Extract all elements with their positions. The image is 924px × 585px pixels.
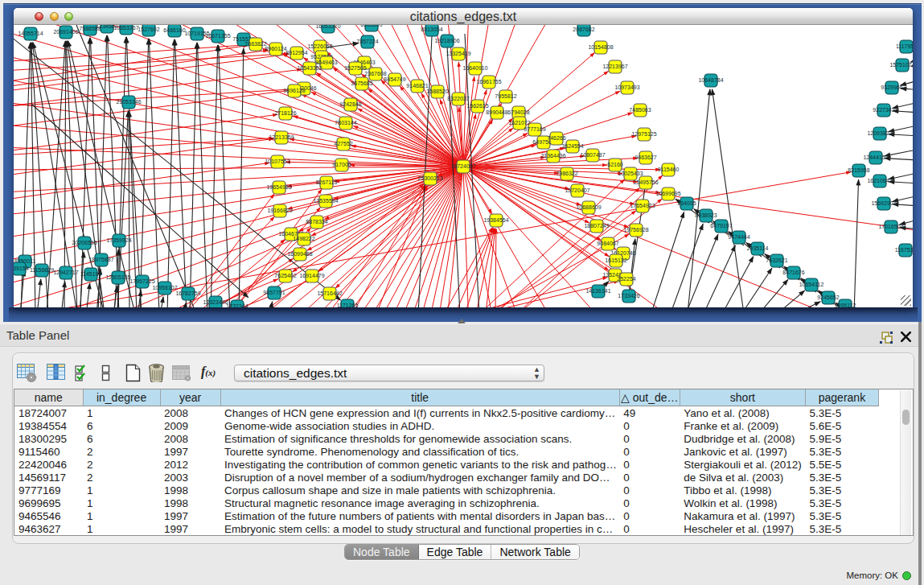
svg-text:12505135: 12505135 <box>105 274 130 280</box>
svg-text:164095: 164095 <box>677 200 696 206</box>
svg-text:19166829: 19166829 <box>267 208 292 213</box>
svg-text:7485063: 7485063 <box>629 107 651 113</box>
svg-text:14136141: 14136141 <box>585 288 610 294</box>
svg-text:10973493: 10973493 <box>614 84 639 90</box>
svg-text:10688609: 10688609 <box>576 204 601 210</box>
svg-text:3675685: 3675685 <box>351 80 372 86</box>
svg-text:10654112: 10654112 <box>799 282 824 287</box>
svg-text:1733426: 1733426 <box>618 293 639 299</box>
svg-text:15720407: 15720407 <box>565 187 589 193</box>
svg-text:17359924: 17359924 <box>106 237 131 243</box>
svg-text:25300213: 25300213 <box>417 175 442 181</box>
svg-text:12093822: 12093822 <box>867 130 892 136</box>
svg-text:18807249: 18807249 <box>584 223 609 229</box>
svg-text:1498222: 1498222 <box>293 236 314 241</box>
svg-text:10648784: 10648784 <box>698 77 723 83</box>
svg-text:2935114: 2935114 <box>747 245 769 251</box>
svg-text:2718126: 2718126 <box>274 110 296 116</box>
svg-text:13535594: 13535594 <box>313 198 338 204</box>
svg-text:10025433: 10025433 <box>618 171 643 176</box>
svg-text:939154: 939154 <box>14 266 29 271</box>
svg-text:6794028: 6794028 <box>507 109 529 115</box>
svg-text:9115460: 9115460 <box>658 167 680 172</box>
svg-text:9227343: 9227343 <box>873 107 894 113</box>
svg-text:917006: 917006 <box>332 162 351 167</box>
svg-text:8938923: 8938923 <box>695 212 717 218</box>
svg-text:12213369: 12213369 <box>269 134 294 140</box>
svg-text:9549403: 9549403 <box>315 60 337 65</box>
svg-text:19654985: 19654985 <box>266 184 291 190</box>
svg-text:9242848: 9242848 <box>339 101 361 107</box>
svg-text:252254: 252254 <box>617 276 635 282</box>
svg-text:9146821: 9146821 <box>406 83 428 89</box>
svg-text:1527602: 1527602 <box>138 27 159 32</box>
svg-text:1588520: 1588520 <box>426 89 448 94</box>
svg-text:1145194: 1145194 <box>80 271 102 277</box>
svg-text:16210643: 16210643 <box>867 178 892 183</box>
svg-text:8267115: 8267115 <box>316 179 338 185</box>
svg-text:12975125: 12975125 <box>631 131 656 137</box>
svg-text:19218906: 19218906 <box>434 38 459 43</box>
svg-text:21053346: 21053346 <box>116 99 141 105</box>
svg-text:15716442: 15716442 <box>317 290 342 296</box>
svg-text:15751074: 15751074 <box>889 62 913 68</box>
svg-text:2367608: 2367608 <box>364 71 386 76</box>
svg-text:8912954: 8912954 <box>285 50 307 56</box>
svg-text:21364436: 21364436 <box>540 153 565 159</box>
svg-text:7986322: 7986322 <box>556 171 577 176</box>
svg-text:1615132: 1615132 <box>605 257 626 263</box>
svg-text:6583809: 6583809 <box>360 25 382 27</box>
svg-text:7625402: 7625402 <box>274 273 296 278</box>
svg-text:9777169: 9777169 <box>524 126 545 132</box>
svg-text:427552: 427552 <box>334 141 352 146</box>
svg-text:1117953: 1117953 <box>896 43 913 49</box>
svg-text:9245652: 9245652 <box>817 295 839 300</box>
svg-text:9474444: 9474444 <box>728 234 749 240</box>
svg-text:10653267: 10653267 <box>113 25 138 31</box>
svg-text:6466160: 6466160 <box>163 27 185 33</box>
svg-text:1167539: 1167539 <box>895 247 913 253</box>
svg-text:7955812: 7955812 <box>495 93 516 99</box>
svg-text:15226058: 15226058 <box>307 43 332 49</box>
svg-text:12323446: 12323446 <box>203 299 228 305</box>
svg-text:17957225: 17957225 <box>129 278 154 284</box>
svg-text:20691406: 20691406 <box>53 29 78 35</box>
svg-text:12444157: 12444157 <box>863 154 888 160</box>
svg-text:16543362: 16543362 <box>297 65 322 71</box>
svg-text:7803144: 7803144 <box>335 120 356 126</box>
svg-text:17016504: 17016504 <box>878 224 903 229</box>
svg-text:12213967: 12213967 <box>602 64 627 69</box>
svg-text:746266: 746266 <box>547 135 565 141</box>
svg-text:9527505: 9527505 <box>344 65 366 71</box>
svg-text:8990448: 8990448 <box>486 109 507 115</box>
svg-text:10807487: 10807487 <box>580 152 605 158</box>
svg-text:16782759: 16782759 <box>175 290 200 296</box>
svg-text:9084067: 9084067 <box>597 241 618 246</box>
svg-text:9463627: 9463627 <box>634 154 656 160</box>
svg-text:16671355: 16671355 <box>205 33 230 39</box>
svg-text:8878334: 8878334 <box>306 219 327 225</box>
svg-text:14055714: 14055714 <box>18 31 43 36</box>
svg-text:7857224: 7857224 <box>356 39 378 44</box>
svg-text:10107553: 10107553 <box>265 159 290 164</box>
svg-text:18975887: 18975887 <box>88 257 113 262</box>
svg-text:19384554: 19384554 <box>483 217 508 223</box>
svg-text:15692901: 15692901 <box>871 200 896 206</box>
svg-text:15495756: 15495756 <box>633 179 658 185</box>
svg-text:17654923: 17654923 <box>630 203 655 208</box>
svg-text:8813054: 8813054 <box>421 27 442 32</box>
svg-text:1562615: 1562615 <box>466 103 488 109</box>
svg-text:7632621: 7632621 <box>766 257 787 263</box>
svg-text:62160: 62160 <box>607 162 623 167</box>
svg-text:2087682: 2087682 <box>573 27 594 32</box>
svg-text:20206556: 20206556 <box>72 240 97 245</box>
svg-text:9329966: 9329966 <box>881 84 902 90</box>
svg-text:10699695: 10699695 <box>655 191 680 196</box>
svg-text:7663822: 7663822 <box>244 41 266 47</box>
svg-text:19756928: 19756928 <box>623 227 648 233</box>
svg-text:6479197: 6479197 <box>710 223 732 229</box>
svg-text:18724007: 18724007 <box>450 163 475 169</box>
svg-text:8215958: 8215958 <box>848 167 869 173</box>
svg-text:12942717: 12942717 <box>53 270 78 275</box>
svg-text:16961755: 16961755 <box>476 79 501 84</box>
